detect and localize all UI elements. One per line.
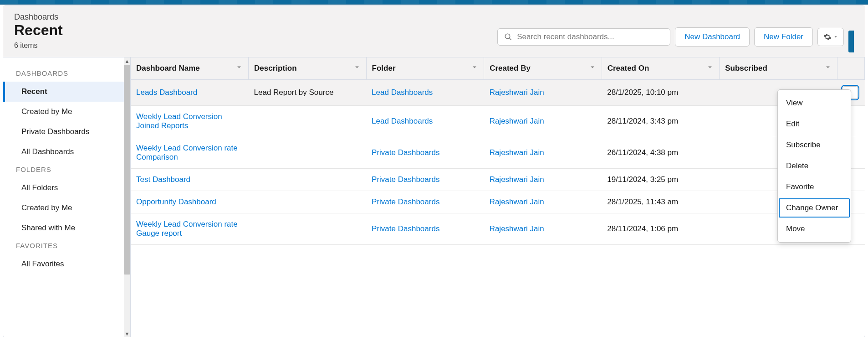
table-row[interactable]: Test DashboardPrivate DashboardsRajeshwa… — [131, 169, 865, 191]
cell-created-on: 19/11/2024, 3:25 pm — [602, 169, 720, 191]
cell-created-by: Rajeshwari Jain — [484, 191, 602, 213]
sidebar-item-all-folders[interactable]: All Folders — [3, 178, 130, 198]
sidebar-section-title: FAVORITES — [3, 238, 130, 254]
gear-icon — [823, 33, 832, 41]
main-content: Dashboard NameDescriptionFolderCreated B… — [131, 57, 865, 337]
object-label: Dashboards — [14, 12, 497, 22]
cell-name: Leads Dashboard — [131, 80, 249, 106]
user-link[interactable]: Rajeshwari Jain — [490, 175, 544, 184]
dashboard-name-link[interactable]: Leads Dashboard — [136, 88, 197, 97]
sidebar-item-shared-with-me[interactable]: Shared with Me — [3, 218, 130, 238]
cell-folder: Lead Dashboards — [366, 80, 484, 106]
folder-link[interactable]: Private Dashboards — [372, 197, 439, 206]
folder-link[interactable]: Lead Dashboards — [372, 88, 433, 97]
cell-name: Weekly Lead Conversion rate Comparison — [131, 137, 249, 169]
cell-name: Weekly Lead Conversion Joined Reports — [131, 106, 249, 137]
record-count: 6 items — [14, 41, 497, 50]
user-link[interactable]: Rajeshwari Jain — [490, 224, 544, 233]
user-link[interactable]: Rajeshwari Jain — [490, 88, 544, 97]
menu-item-delete[interactable]: Delete — [778, 156, 851, 176]
column-header-description[interactable]: Description — [249, 57, 367, 80]
column-header-subscribed[interactable]: Subscribed — [720, 57, 837, 80]
new-dashboard-button[interactable]: New Dashboard — [675, 27, 750, 47]
cell-created-on: 28/11/2024, 3:43 pm — [602, 106, 720, 137]
cell-description — [249, 137, 367, 169]
header-left: Dashboards Recent 6 items — [14, 12, 497, 50]
page-body: DASHBOARDSRecentCreated by MePrivate Das… — [3, 57, 865, 337]
sidebar-item-private-dashboards[interactable]: Private Dashboards — [3, 122, 130, 142]
column-header-folder[interactable]: Folder — [366, 57, 484, 80]
menu-item-view[interactable]: View — [778, 93, 851, 114]
menu-item-favorite[interactable]: Favorite — [778, 176, 851, 197]
app-top-bar — [0, 0, 868, 5]
folder-link[interactable]: Private Dashboards — [372, 175, 439, 184]
table-row[interactable]: Weekly Lead Conversion rate Gauge report… — [131, 213, 865, 245]
cell-folder: Private Dashboards — [366, 191, 484, 213]
page-container: Dashboards Recent 6 items New Dashboard … — [3, 5, 865, 337]
cell-description — [249, 191, 367, 213]
cell-created-by: Rajeshwari Jain — [484, 213, 602, 245]
user-link[interactable]: Rajeshwari Jain — [490, 117, 544, 125]
sidebar-item-all-dashboards[interactable]: All Dashboards — [3, 142, 130, 162]
cell-description — [249, 106, 367, 137]
dashboard-name-link[interactable]: Weekly Lead Conversion Joined Reports — [136, 112, 222, 130]
sidebar-item-recent[interactable]: Recent — [3, 82, 130, 102]
table-row[interactable]: Weekly Lead Conversion Joined ReportsLea… — [131, 106, 865, 137]
chevron-down-icon — [833, 35, 838, 39]
dashboard-name-link[interactable]: Opportunity Dashboard — [136, 197, 216, 206]
cell-folder: Lead Dashboards — [366, 106, 484, 137]
header-controls: New Dashboard New Folder — [497, 21, 854, 52]
cell-created-on: 28/1/2025, 10:10 pm — [602, 80, 720, 106]
settings-menu-button[interactable] — [817, 28, 844, 46]
cell-folder: Private Dashboards — [366, 213, 484, 245]
side-panel-tab[interactable] — [848, 31, 854, 52]
new-folder-button[interactable]: New Folder — [754, 27, 813, 47]
column-header-actions — [837, 57, 864, 80]
cell-name: Opportunity Dashboard — [131, 191, 249, 213]
sidebar-section-title: FOLDERS — [3, 162, 130, 178]
dashboard-name-link[interactable]: Weekly Lead Conversion rate Comparison — [136, 144, 238, 161]
menu-item-move[interactable]: Move — [778, 218, 851, 239]
search-input-wrapper[interactable] — [497, 28, 670, 46]
column-header-dashboard-name[interactable]: Dashboard Name — [131, 57, 249, 80]
sidebar-item-created-by-me[interactable]: Created by Me — [3, 102, 130, 122]
cell-created-on: 28/1/2025, 11:43 am — [602, 191, 720, 213]
cell-created-by: Rajeshwari Jain — [484, 106, 602, 137]
sidebar-scrollbar[interactable]: ▲▼ — [124, 57, 130, 337]
folder-link[interactable]: Lead Dashboards — [372, 117, 433, 125]
cell-folder: Private Dashboards — [366, 137, 484, 169]
folder-link[interactable]: Private Dashboards — [372, 148, 439, 157]
page-header: Dashboards Recent 6 items New Dashboard … — [3, 6, 865, 57]
user-link[interactable]: Rajeshwari Jain — [490, 197, 544, 206]
table-header-row: Dashboard NameDescriptionFolderCreated B… — [131, 57, 865, 80]
column-header-created-by[interactable]: Created By — [484, 57, 602, 80]
cell-folder: Private Dashboards — [366, 169, 484, 191]
svg-line-1 — [509, 38, 511, 40]
row-context-menu: ViewEditSubscribeDeleteFavoriteChange Ow… — [777, 89, 851, 243]
cell-description — [249, 213, 367, 245]
menu-item-edit[interactable]: Edit — [778, 114, 851, 135]
menu-item-subscribe[interactable]: Subscribe — [778, 135, 851, 156]
cell-created-on: 28/11/2024, 1:06 pm — [602, 213, 720, 245]
cell-name: Test Dashboard — [131, 169, 249, 191]
table-row[interactable]: Opportunity DashboardPrivate DashboardsR… — [131, 191, 865, 213]
sidebar-item-all-favorites[interactable]: All Favorites — [3, 254, 130, 274]
dashboard-name-link[interactable]: Weekly Lead Conversion rate Gauge report — [136, 220, 238, 238]
sidebar-item-created-by-me[interactable]: Created by Me — [3, 198, 130, 218]
dashboard-name-link[interactable]: Test Dashboard — [136, 175, 190, 184]
sidebar-section-title: DASHBOARDS — [3, 66, 130, 82]
cell-description — [249, 169, 367, 191]
svg-point-0 — [505, 34, 510, 39]
menu-item-change-owner[interactable]: Change Owner — [778, 197, 851, 218]
column-header-created-on[interactable]: Created On — [602, 57, 720, 80]
table-row[interactable]: Weekly Lead Conversion rate ComparisonPr… — [131, 137, 865, 169]
search-icon — [504, 33, 512, 41]
table-row[interactable]: Leads DashboardLead Report by SourceLead… — [131, 80, 865, 106]
cell-name: Weekly Lead Conversion rate Gauge report — [131, 213, 249, 245]
sidebar: DASHBOARDSRecentCreated by MePrivate Das… — [3, 57, 131, 337]
cell-created-by: Rajeshwari Jain — [484, 137, 602, 169]
user-link[interactable]: Rajeshwari Jain — [490, 148, 544, 157]
table-body: Leads DashboardLead Report by SourceLead… — [131, 80, 865, 245]
folder-link[interactable]: Private Dashboards — [372, 224, 439, 233]
search-input[interactable] — [517, 32, 664, 41]
